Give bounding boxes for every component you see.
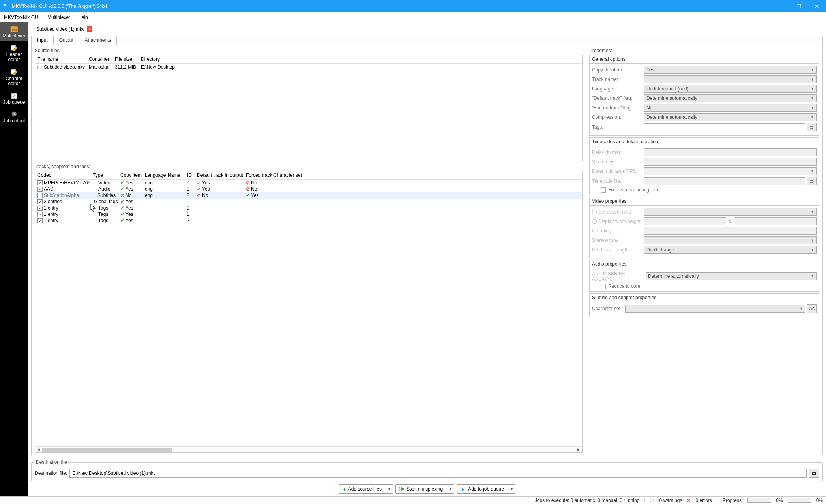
status-errors: 0 errors <box>695 498 712 503</box>
add-to-job-queue-dropdown[interactable]: ▼ <box>508 485 515 493</box>
track-name-select[interactable]: ▼ <box>644 75 817 83</box>
delay-input[interactable] <box>644 148 817 156</box>
tags-input[interactable] <box>644 123 805 131</box>
display-wh-radio[interactable] <box>592 219 597 224</box>
type-icon <box>93 212 97 217</box>
col-character-set[interactable]: Character set <box>271 171 303 179</box>
col-name[interactable]: Name <box>165 171 184 179</box>
type-icon <box>93 219 97 223</box>
properties-label: Properties: <box>589 48 819 53</box>
source-file-row[interactable]: Subtitled video.mkv Matroska 311.2 MiB E… <box>35 64 582 71</box>
sidebar-item-header-editor[interactable]: Header editor <box>0 41 28 65</box>
group-video-properties: Video properties <box>589 197 819 205</box>
tracks-horizontal-scrollbar[interactable]: ◄ ► <box>35 446 582 452</box>
maximize-button[interactable]: ☐ <box>790 0 808 12</box>
close-button[interactable]: ✕ <box>808 0 826 12</box>
scroll-right-arrow-icon[interactable]: ► <box>577 447 581 452</box>
stretch-input[interactable] <box>644 158 817 166</box>
document-tab-close-icon[interactable]: ✕ <box>87 26 92 32</box>
col-directory[interactable]: Directory <box>139 55 582 63</box>
destination-input[interactable] <box>69 469 807 478</box>
warning-icon: ⚠ <box>650 498 654 503</box>
col-type[interactable]: Type <box>90 171 118 179</box>
track-checkbox[interactable] <box>37 218 43 223</box>
group-subtitle-properties: Subtitle and chapter properties <box>589 293 819 302</box>
tracks-list[interactable]: Codec Type Copy item Language Name ID De… <box>35 171 583 453</box>
aspect-ratio-radio[interactable] <box>592 210 597 214</box>
add-source-files-dropdown[interactable]: ▼ <box>386 485 393 493</box>
tags-browse-button[interactable]: 🗀 <box>807 123 817 131</box>
col-forced-track[interactable]: Forced track <box>243 171 271 179</box>
track-checkbox[interactable] <box>37 193 43 198</box>
destination-browse-button[interactable]: 🗀 <box>809 469 819 478</box>
track-checkbox[interactable] <box>37 180 43 185</box>
add-source-files-button[interactable]: +Add source files ▼ <box>339 484 393 494</box>
chapter-editor-icon <box>10 68 19 75</box>
cropping-input[interactable] <box>644 227 817 235</box>
job-queue-icon <box>10 92 19 99</box>
aac-select[interactable]: Determine automatically▼ <box>646 272 817 280</box>
minimize-button[interactable]: — <box>772 0 790 12</box>
forced-track-flag-select[interactable]: No▼ <box>644 104 817 112</box>
nalu-select[interactable]: Don't change▼ <box>644 246 817 254</box>
track-checkbox[interactable] <box>37 187 43 192</box>
col-container[interactable]: Container <box>86 55 112 63</box>
document-tab[interactable]: Subtitled video (1).mkv ✕ <box>34 25 95 33</box>
add-to-job-queue-button[interactable]: ⏵Add to job queue ▼ <box>457 484 515 494</box>
col-default-track[interactable]: Default track in output <box>195 171 243 179</box>
sidebar-item-job-queue[interactable]: Job queue <box>0 89 28 107</box>
menu-mkvtoolnix-gui[interactable]: MKVToolNix GUI <box>0 13 43 22</box>
type-icon <box>93 206 97 210</box>
copy-this-item-select[interactable]: Yes▼ <box>644 66 817 74</box>
fps-select[interactable]: ▼ <box>644 167 817 175</box>
sidebar-item-chapter-editor[interactable]: Chapter editor <box>0 65 28 89</box>
default-track-flag-select[interactable]: Determine automatically▼ <box>644 94 817 102</box>
timecode-browse-button[interactable]: 🗀 <box>807 177 817 185</box>
error-icon: ⊘ <box>687 498 691 503</box>
track-row[interactable]: SubStationAlphaSubtitles⊘ Noeng2⊘ No✔ Ye… <box>35 192 582 199</box>
menu-multiplexer[interactable]: Multiplexer <box>43 13 74 22</box>
group-timecodes: Timecodes and default duration <box>589 137 819 146</box>
display-height-input[interactable] <box>735 217 817 225</box>
track-checkbox[interactable] <box>37 212 43 217</box>
track-row[interactable]: MPEG-H/HEVC/h.265Video✔ Yeseng0✔ Yes⊘ No <box>35 180 582 186</box>
tab-attachments[interactable]: Attachments <box>79 36 117 45</box>
timecode-file-input[interactable] <box>644 177 805 185</box>
col-file-size[interactable]: File size <box>112 55 139 63</box>
sidebar-item-multiplexer[interactable]: Multiplexer <box>0 22 28 41</box>
character-set-select[interactable]: ▼ <box>625 305 805 313</box>
destination-label: Destination file: <box>35 470 67 476</box>
col-file-name[interactable]: File name <box>35 55 86 63</box>
start-multiplexing-dropdown[interactable]: ▼ <box>447 485 454 493</box>
reduce-to-core-checkbox[interactable]: Reduce to core <box>601 283 817 289</box>
tab-input[interactable]: Input <box>32 36 54 45</box>
track-row[interactable]: 1 entryTags✔ Yes0 <box>35 205 582 211</box>
stereoscopy-select[interactable]: ▼ <box>644 236 817 244</box>
progress-percent: 0% <box>776 498 783 503</box>
track-checkbox[interactable] <box>37 199 43 204</box>
plus-icon: + <box>343 486 346 492</box>
track-checkbox[interactable] <box>37 206 43 211</box>
sidebar-item-job-output[interactable]: Job output <box>0 107 28 126</box>
col-copy-item[interactable]: Copy item <box>118 171 142 179</box>
scroll-left-arrow-icon[interactable]: ◄ <box>36 447 41 452</box>
fix-bitstream-checkbox[interactable]: Fix bitstream timing info <box>601 187 817 193</box>
display-width-input[interactable] <box>644 217 726 225</box>
track-row[interactable]: AACAudio✔ Yeseng1✔ Yes⊘ No <box>35 186 582 192</box>
track-row[interactable]: 2 entriesGlobal tags✔ Yes <box>35 199 582 205</box>
track-row[interactable]: 1 entryTags✔ Yes2 <box>35 217 582 224</box>
col-id[interactable]: ID <box>184 171 195 179</box>
col-language[interactable]: Language <box>142 171 165 179</box>
col-codec[interactable]: Codec <box>35 171 90 179</box>
scroll-thumb[interactable] <box>42 448 172 452</box>
aspect-ratio-select[interactable]: ▼ <box>644 208 817 216</box>
source-files-list[interactable]: File name Container File size Directory … <box>35 55 583 161</box>
status-jobs: Jobs to execute: 0 automatic, 0 manual, … <box>535 498 640 503</box>
language-select[interactable]: Undetermined (und)▼ <box>644 85 817 93</box>
character-set-button[interactable]: Ăč <box>807 304 817 313</box>
track-row[interactable]: 1 entryTags✔ Yes1 <box>35 211 582 217</box>
menu-help[interactable]: Help <box>74 13 92 22</box>
tab-output[interactable]: Output <box>54 36 79 45</box>
start-multiplexing-button[interactable]: Start multiplexing ▼ <box>395 484 454 494</box>
compression-select[interactable]: Determine automatically▼ <box>644 113 817 121</box>
